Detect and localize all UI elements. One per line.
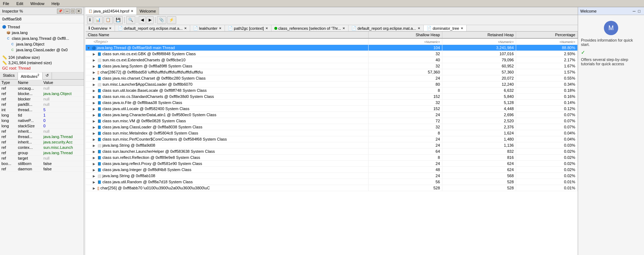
leak-close[interactable]: ✕	[219, 27, 222, 30]
expand-arrow[interactable]: ▶	[93, 186, 96, 190]
tab-refresh[interactable]: ↺	[43, 72, 52, 79]
expand-arrow[interactable]: ▶	[93, 144, 96, 147]
expand-arrow[interactable]: ▶	[93, 156, 96, 160]
domtree-close[interactable]: ✕	[461, 27, 463, 30]
expand-arrow[interactable]: ▶	[93, 95, 96, 99]
attributes-scroll[interactable]: Type Name Value ref uncaug... null ref b…	[0, 80, 84, 255]
report1-close[interactable]: ✕	[184, 27, 187, 30]
toolbar-save-btn[interactable]: 💾	[114, 16, 123, 24]
table-row[interactable]: ▶ 📘 class sun.launcher.LauncherHelper @ …	[86, 148, 578, 155]
menu-help[interactable]: Help	[50, 1, 61, 6]
sub-tab-overview[interactable]: ℹ Overview ✕	[86, 25, 115, 31]
table-row[interactable]: ▶ 📘 class sun.misc.MetaIndex @ 0xff5804c…	[86, 130, 578, 136]
filter-retained[interactable]: <Numeric>	[442, 38, 516, 45]
tree-item-javaobj[interactable]: C java.lang.Object	[9, 41, 83, 47]
expand-arrow[interactable]: ▶	[93, 58, 96, 62]
expand-arrow[interactable]: ▶	[93, 162, 96, 166]
table-row[interactable]: ▶ [] char[28672] @ 0xff8bdd58 \ufffd\uff…	[86, 69, 578, 75]
class-refs-close[interactable]: ✕	[342, 27, 345, 30]
expand-arrow[interactable]: ▼	[87, 46, 91, 50]
toolbar-search-btn[interactable]: 🔍	[126, 16, 135, 24]
tree-item-thread[interactable]: 🔵 Thread	[1, 24, 83, 30]
table-row[interactable]: ▶ 📘 class java.lang.reflect.Proxy @ 0xff…	[86, 161, 578, 167]
col-header-pct[interactable]: Percentage	[516, 32, 578, 38]
sub-tab-leakhunter[interactable]: 📄 leakhunter ✕	[190, 25, 225, 31]
expand-arrow[interactable]: ▶	[93, 83, 96, 86]
toolbar-fwd-btn[interactable]: ▶	[146, 16, 154, 24]
inspector-min-icon[interactable]: ─	[64, 9, 69, 14]
sub-tab-default-report1[interactable]: 📄 default_report org.eclipse.mat.a... ✕	[115, 25, 190, 31]
tab-attributes[interactable]: Attributes2	[18, 72, 42, 80]
expand-arrow[interactable]: ▶	[93, 113, 96, 117]
expand-arrow[interactable]: ▶	[93, 65, 96, 68]
welcome-max-icon[interactable]: □	[638, 9, 640, 13]
expand-arrow[interactable]: ▶	[93, 174, 96, 178]
sub-tab-default-report2[interactable]: 📄 default_report org.eclipse.mat.a... ✕	[349, 25, 424, 31]
table-row[interactable]: ▶ 📘 class sun.nio.cs.ext.GBK @ 0xff8f884…	[86, 51, 578, 57]
filter-pct[interactable]: <Numeric>	[516, 38, 578, 45]
hprof-close-icon[interactable]: ✕	[131, 9, 134, 13]
table-row[interactable]: ▶ [] char[256] @ 0xff8abb70 \u0100\u3900…	[86, 185, 578, 191]
expand-arrow[interactable]: ▶	[93, 119, 96, 123]
filter-shallow[interactable]: <Numeric>	[369, 38, 442, 45]
path2gc-close[interactable]: ✕	[265, 27, 268, 30]
toolbar-back-btn[interactable]: ◀	[139, 16, 146, 24]
main-tab-welcome[interactable]: Welcome	[137, 7, 159, 15]
sub-tab-dominator-tree[interactable]: 📄 dominator_tree ✕	[424, 25, 467, 31]
inspector-pin-icon[interactable]: 📌	[57, 9, 64, 14]
col-header-retained[interactable]: Retained Heap	[442, 32, 516, 38]
tree-item-classloader[interactable]: C java.lang.ClassLoader @ 0x0	[9, 47, 83, 53]
toolbar-run-btn[interactable]: ⚡	[167, 16, 176, 24]
table-row[interactable]: ▶ 📘 class java.util.Random @ 0xff8a7d18 …	[86, 179, 578, 185]
table-container[interactable]: Class Name Shallow Heap Retained Heap Pe…	[86, 32, 578, 255]
menu-file[interactable]: File	[1, 1, 11, 6]
table-row[interactable]: ▶ 📘 class sun.misc.PerfCounter$CoreCount…	[86, 136, 578, 142]
tree-item-threadclass[interactable]: C class java.lang.Thread @ 0xff8...	[5, 36, 83, 41]
expand-arrow[interactable]: ▶	[93, 132, 96, 135]
table-row[interactable]: ▶ 📘 class sun.reflect.Reflection @ 0xff8…	[86, 155, 578, 161]
menu-window[interactable]: Window	[29, 1, 46, 6]
expand-arrow[interactable]: ▶	[93, 180, 96, 184]
toolbar-attach-btn[interactable]: 📎	[157, 16, 166, 24]
expand-arrow[interactable]: ▶	[93, 101, 96, 105]
inspector-close-icon[interactable]: ✕	[76, 9, 82, 14]
expand-arrow[interactable]: ▶	[93, 107, 96, 111]
table-row[interactable]: ▶ 📘 class java.lang.ClassLoader @ 0xff8a…	[86, 124, 578, 130]
toolbar-info-btn[interactable]: ℹ	[87, 16, 93, 24]
expand-arrow[interactable]: ▶	[93, 52, 96, 56]
table-row[interactable]: ▶ ⬜ sun.nio.cs.ext.ExtendedCharsets @ 0x…	[86, 57, 578, 63]
expand-arrow[interactable]: ▶	[93, 77, 96, 80]
table-row[interactable]: ▶ ⬜ java.lang.String @ 0xff8ab108 24 568…	[86, 173, 578, 179]
main-tab-hprof[interactable]: 📋 java_pid24544.hprof ✕	[86, 7, 137, 15]
expand-arrow[interactable]: ▶	[93, 138, 96, 141]
expand-arrow[interactable]: ▶	[93, 126, 96, 129]
table-row[interactable]: ▶ 📘 class java.util.Locale @ 0xff582400 …	[86, 106, 578, 112]
col-header-classname[interactable]: Class Name	[86, 32, 369, 38]
tab-statics[interactable]: Statics	[0, 72, 18, 79]
expand-arrow[interactable]: ▶	[93, 89, 96, 93]
report2-close[interactable]: ✕	[418, 27, 420, 30]
sub-tab-path2gc[interactable]: 📄 path2gc [context] ✕	[225, 25, 271, 31]
table-row[interactable]: ▶ 📘 class sun.util.locale.BaseLocale @ 0…	[86, 88, 578, 94]
menu-edit[interactable]: Edit	[15, 1, 25, 6]
toolbar-chart-btn[interactable]: 📊	[93, 16, 103, 24]
table-row[interactable]: ▶ 📘 class java.nio.charset.Charset @ 0xf…	[86, 75, 578, 81]
sub-tab-class-refs[interactable]: class_references [selection of 'Thr... ✕	[271, 25, 349, 31]
table-row[interactable]: ▶ ⬜ sun.misc.Launcher$AppClassLoader @ 0…	[86, 81, 578, 88]
table-row[interactable]: ▶ 📘 class sun.misc.VM @ 0xff8e0828 Syste…	[86, 118, 578, 124]
overview-close[interactable]: ✕	[109, 27, 112, 30]
table-row[interactable]: ▶ 📘 class sun.nio.cs.StandardCharsets @ …	[86, 94, 578, 100]
table-row[interactable]: ▶ 📘 class java.io.File @ 0xff8baa38 Syst…	[86, 100, 578, 106]
table-row[interactable]: ▶ 📘 class java.lang.CharacterDataLatin1 …	[86, 112, 578, 118]
expand-arrow[interactable]: ▶	[93, 168, 96, 172]
welcome-min-icon[interactable]: ─	[633, 9, 635, 13]
filter-classname[interactable]: <Regex>	[86, 38, 369, 45]
table-row[interactable]: ▶ 📘 class java.lang.Integer @ 0xff8df4b8…	[86, 167, 578, 173]
table-row[interactable]: ▶ ⬜ java.lang.String @ 0xff8a9d08 24 1,1…	[86, 142, 578, 148]
toolbar-copy-btn[interactable]: 📋	[104, 16, 113, 24]
table-row[interactable]: ▼ 🔵 java.lang.Thread @ 0xff8ae5b8 main T…	[86, 45, 578, 51]
table-row[interactable]: ▶ 📘 class java.lang.System @ 0xff8a89f8 …	[86, 63, 578, 69]
expand-arrow[interactable]: ▶	[93, 71, 96, 74]
tree-item-javalang[interactable]: 📦 java.lang	[5, 30, 83, 36]
inspector-max-icon[interactable]: □	[71, 9, 75, 14]
